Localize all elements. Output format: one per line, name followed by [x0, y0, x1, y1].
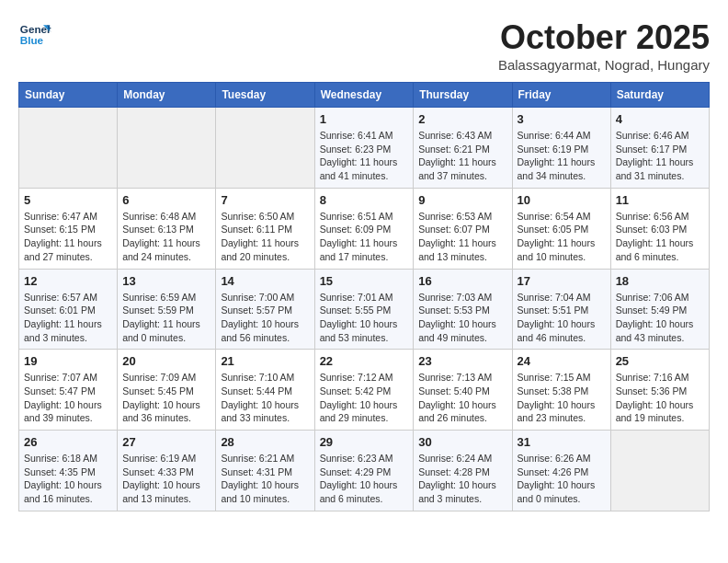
day-number: 8 — [320, 193, 409, 207]
calendar-cell: 18Sunrise: 7:06 AM Sunset: 5:49 PM Dayli… — [610, 269, 709, 350]
day-info: Sunrise: 7:13 AM Sunset: 5:40 PM Dayligh… — [418, 371, 506, 425]
calendar-week-row: 5Sunrise: 6:47 AM Sunset: 6:15 PM Daylig… — [19, 188, 710, 269]
day-number: 21 — [221, 354, 309, 368]
day-number: 23 — [418, 354, 506, 368]
calendar-cell: 6Sunrise: 6:48 AM Sunset: 6:13 PM Daylig… — [118, 188, 216, 269]
day-info: Sunrise: 7:15 AM Sunset: 5:38 PM Dayligh… — [518, 371, 606, 425]
day-info: Sunrise: 7:00 AM Sunset: 5:57 PM Dayligh… — [221, 291, 309, 345]
calendar-cell: 2Sunrise: 6:43 AM Sunset: 6:21 PM Daylig… — [414, 108, 512, 189]
day-number: 20 — [122, 354, 210, 368]
day-info: Sunrise: 6:56 AM Sunset: 6:03 PM Dayligh… — [616, 210, 704, 264]
calendar-cell — [19, 108, 118, 189]
day-number: 28 — [221, 435, 309, 449]
day-info: Sunrise: 6:54 AM Sunset: 6:05 PM Dayligh… — [518, 210, 606, 264]
day-number: 5 — [24, 193, 112, 207]
day-info: Sunrise: 6:21 AM Sunset: 4:31 PM Dayligh… — [221, 452, 309, 506]
day-number: 30 — [418, 435, 506, 449]
day-info: Sunrise: 6:46 AM Sunset: 6:17 PM Dayligh… — [616, 129, 704, 183]
day-info: Sunrise: 6:41 AM Sunset: 6:23 PM Dayligh… — [320, 129, 409, 183]
day-number: 7 — [221, 193, 309, 207]
weekday-header: Sunday — [19, 83, 118, 108]
calendar-cell: 15Sunrise: 7:01 AM Sunset: 5:55 PM Dayli… — [314, 269, 414, 350]
calendar-cell: 22Sunrise: 7:12 AM Sunset: 5:42 PM Dayli… — [314, 350, 414, 431]
weekday-header: Wednesday — [314, 83, 414, 108]
day-number: 25 — [616, 354, 704, 368]
calendar-cell: 3Sunrise: 6:44 AM Sunset: 6:19 PM Daylig… — [512, 108, 610, 189]
day-info: Sunrise: 6:57 AM Sunset: 6:01 PM Dayligh… — [24, 291, 112, 345]
day-info: Sunrise: 6:59 AM Sunset: 5:59 PM Dayligh… — [122, 291, 210, 345]
day-number: 13 — [122, 274, 210, 288]
calendar-cell: 9Sunrise: 6:53 AM Sunset: 6:07 PM Daylig… — [414, 188, 512, 269]
day-number: 3 — [518, 112, 606, 126]
calendar-cell: 11Sunrise: 6:56 AM Sunset: 6:03 PM Dayli… — [610, 188, 709, 269]
day-number: 17 — [518, 274, 606, 288]
calendar-cell — [216, 108, 314, 189]
weekday-header: Monday — [118, 83, 216, 108]
day-number: 14 — [221, 274, 309, 288]
calendar-cell: 27Sunrise: 6:19 AM Sunset: 4:33 PM Dayli… — [118, 431, 216, 511]
calendar-cell: 25Sunrise: 7:16 AM Sunset: 5:36 PM Dayli… — [610, 350, 709, 431]
day-number: 18 — [616, 274, 704, 288]
calendar-week-row: 19Sunrise: 7:07 AM Sunset: 5:47 PM Dayli… — [19, 350, 710, 431]
weekday-header: Tuesday — [216, 83, 314, 108]
day-info: Sunrise: 7:07 AM Sunset: 5:47 PM Dayligh… — [24, 371, 112, 425]
day-number: 19 — [24, 354, 112, 368]
calendar-week-row: 12Sunrise: 6:57 AM Sunset: 6:01 PM Dayli… — [19, 269, 710, 350]
day-info: Sunrise: 6:18 AM Sunset: 4:35 PM Dayligh… — [24, 452, 112, 506]
day-number: 11 — [616, 193, 704, 207]
calendar-cell: 19Sunrise: 7:07 AM Sunset: 5:47 PM Dayli… — [19, 350, 118, 431]
calendar-cell: 5Sunrise: 6:47 AM Sunset: 6:15 PM Daylig… — [19, 188, 118, 269]
weekday-header: Saturday — [610, 83, 709, 108]
day-number: 22 — [320, 354, 409, 368]
calendar-cell: 4Sunrise: 6:46 AM Sunset: 6:17 PM Daylig… — [610, 108, 709, 189]
calendar-cell: 14Sunrise: 7:00 AM Sunset: 5:57 PM Dayli… — [216, 269, 314, 350]
day-info: Sunrise: 7:09 AM Sunset: 5:45 PM Dayligh… — [122, 371, 210, 425]
calendar-week-row: 26Sunrise: 6:18 AM Sunset: 4:35 PM Dayli… — [19, 431, 710, 511]
calendar-cell: 21Sunrise: 7:10 AM Sunset: 5:44 PM Dayli… — [216, 350, 314, 431]
day-number: 15 — [320, 274, 409, 288]
day-info: Sunrise: 7:06 AM Sunset: 5:49 PM Dayligh… — [616, 291, 704, 345]
calendar-cell: 13Sunrise: 6:59 AM Sunset: 5:59 PM Dayli… — [118, 269, 216, 350]
logo-icon: General Blue — [18, 18, 51, 52]
weekday-header: Thursday — [414, 83, 512, 108]
day-number: 1 — [320, 112, 409, 126]
day-info: Sunrise: 6:23 AM Sunset: 4:29 PM Dayligh… — [320, 452, 409, 506]
day-number: 29 — [320, 435, 409, 449]
page-header: General Blue October 2025 Balassagyarmat… — [18, 18, 710, 73]
calendar-cell: 7Sunrise: 6:50 AM Sunset: 6:11 PM Daylig… — [216, 188, 314, 269]
day-number: 16 — [418, 274, 506, 288]
day-number: 10 — [518, 193, 606, 207]
day-number: 26 — [24, 435, 112, 449]
calendar-cell: 31Sunrise: 6:26 AM Sunset: 4:26 PM Dayli… — [512, 431, 610, 511]
day-info: Sunrise: 6:47 AM Sunset: 6:15 PM Dayligh… — [24, 210, 112, 264]
calendar-cell: 20Sunrise: 7:09 AM Sunset: 5:45 PM Dayli… — [118, 350, 216, 431]
calendar-cell: 23Sunrise: 7:13 AM Sunset: 5:40 PM Dayli… — [414, 350, 512, 431]
day-info: Sunrise: 6:43 AM Sunset: 6:21 PM Dayligh… — [418, 129, 506, 183]
weekday-header: Friday — [512, 83, 610, 108]
day-info: Sunrise: 7:03 AM Sunset: 5:53 PM Dayligh… — [418, 291, 506, 345]
calendar-cell: 26Sunrise: 6:18 AM Sunset: 4:35 PM Dayli… — [19, 431, 118, 511]
day-info: Sunrise: 7:01 AM Sunset: 5:55 PM Dayligh… — [320, 291, 409, 345]
day-info: Sunrise: 7:04 AM Sunset: 5:51 PM Dayligh… — [518, 291, 606, 345]
weekday-header-row: SundayMondayTuesdayWednesdayThursdayFrid… — [19, 83, 710, 108]
day-number: 27 — [122, 435, 210, 449]
calendar-cell: 10Sunrise: 6:54 AM Sunset: 6:05 PM Dayli… — [512, 188, 610, 269]
calendar-cell: 28Sunrise: 6:21 AM Sunset: 4:31 PM Dayli… — [216, 431, 314, 511]
day-info: Sunrise: 6:24 AM Sunset: 4:28 PM Dayligh… — [418, 452, 506, 506]
day-info: Sunrise: 7:16 AM Sunset: 5:36 PM Dayligh… — [616, 371, 704, 425]
day-info: Sunrise: 6:44 AM Sunset: 6:19 PM Dayligh… — [518, 129, 606, 183]
calendar-week-row: 1Sunrise: 6:41 AM Sunset: 6:23 PM Daylig… — [19, 108, 710, 189]
calendar-cell: 29Sunrise: 6:23 AM Sunset: 4:29 PM Dayli… — [314, 431, 414, 511]
svg-text:Blue: Blue — [20, 34, 44, 46]
day-info: Sunrise: 6:48 AM Sunset: 6:13 PM Dayligh… — [122, 210, 210, 264]
calendar-cell: 17Sunrise: 7:04 AM Sunset: 5:51 PM Dayli… — [512, 269, 610, 350]
day-info: Sunrise: 6:51 AM Sunset: 6:09 PM Dayligh… — [320, 210, 409, 264]
month-title: October 2025 — [498, 18, 710, 57]
day-info: Sunrise: 6:19 AM Sunset: 4:33 PM Dayligh… — [122, 452, 210, 506]
day-number: 12 — [24, 274, 112, 288]
day-info: Sunrise: 6:26 AM Sunset: 4:26 PM Dayligh… — [518, 452, 606, 506]
calendar-cell — [118, 108, 216, 189]
logo: General Blue — [18, 18, 51, 52]
location: Balassagyarmat, Nograd, Hungary — [498, 57, 710, 73]
day-number: 4 — [616, 112, 704, 126]
